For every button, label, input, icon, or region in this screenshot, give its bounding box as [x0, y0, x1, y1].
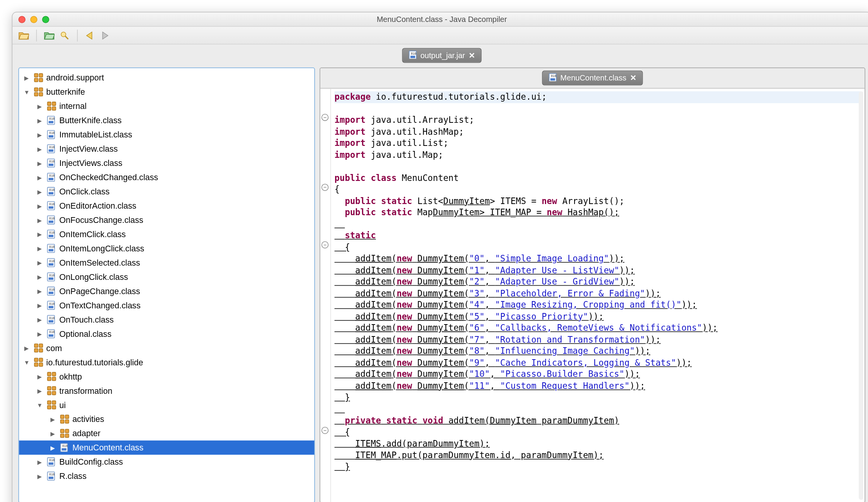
disclosure-icon[interactable]: ▶ [35, 274, 44, 280]
disclosure-icon[interactable]: ▶ [35, 117, 44, 124]
disclosure-icon[interactable]: ▶ [49, 416, 57, 422]
open-file-button[interactable] [17, 29, 30, 42]
tree-item-ui[interactable]: ▼ ui [19, 398, 314, 412]
tree-item-butterknife[interactable]: ▶ ButterKnife.class [19, 113, 314, 127]
disclosure-icon[interactable]: ▶ [35, 202, 44, 209]
disclosure-icon[interactable]: ▶ [49, 444, 57, 451]
tree-item-injectviews[interactable]: ▶ InjectViews.class [19, 156, 314, 170]
package-tree[interactable]: ▶ android.support ▼ butterknife ▶ intern… [18, 68, 315, 502]
scrollbar[interactable] [859, 91, 863, 500]
class-icon [548, 73, 557, 83]
tree-item-activities[interactable]: ▶ activities [19, 412, 314, 426]
tree-item-onlongclick[interactable]: ▶ OnLongClick.class [19, 270, 314, 284]
disclosure-icon[interactable]: ▶ [35, 131, 44, 138]
fold-marker-icon[interactable]: − [322, 114, 328, 121]
disclosure-icon[interactable]: ▶ [35, 217, 44, 223]
code-editor[interactable]: − − − − package io.futurestud.tutorials.… [320, 88, 865, 502]
disclosure-icon[interactable]: ▶ [35, 231, 44, 238]
disclosure-icon[interactable]: ▶ [35, 316, 44, 323]
app-window: MenuContent.class - Java Decompiler outp… [12, 12, 868, 502]
disclosure-icon[interactable]: ▶ [35, 473, 44, 479]
tree-item-label: OnCheckedChanged.class [59, 172, 158, 182]
class-icon [46, 158, 57, 169]
tree-item-onitemclick[interactable]: ▶ OnItemClick.class [19, 227, 314, 241]
open-type-button[interactable] [43, 29, 56, 42]
disclosure-icon[interactable]: ▶ [35, 160, 44, 166]
disclosure-icon[interactable]: ▶ [23, 345, 31, 351]
disclosure-icon[interactable]: ▶ [35, 331, 44, 337]
tree-item-okhttp[interactable]: ▶ okhttp [19, 369, 314, 383]
code-tab[interactable]: MenuContent.class ✕ [542, 70, 643, 85]
jar-tab-close-icon[interactable]: ✕ [469, 51, 475, 60]
tree-item-onpagechange[interactable]: ▶ OnPageChange.class [19, 284, 314, 298]
class-icon [46, 172, 57, 183]
class-icon [46, 314, 57, 325]
class-icon [59, 442, 70, 453]
tree-item-immutablelist[interactable]: ▶ ImmutableList.class [19, 127, 314, 142]
disclosure-icon[interactable]: ▶ [35, 302, 44, 309]
class-icon [46, 229, 57, 239]
tree-item-label: InjectView.class [59, 144, 118, 154]
tree-item-oncheckedchanged[interactable]: ▶ OnCheckedChanged.class [19, 170, 314, 184]
disclosure-icon[interactable]: ▼ [23, 359, 31, 365]
package-icon [59, 428, 70, 439]
tree-item-transformation[interactable]: ▶ transformation [19, 383, 314, 398]
jar-icon [409, 50, 417, 60]
window-close-button[interactable] [18, 16, 25, 23]
tree-item-onitemselected[interactable]: ▶ OnItemSelected.class [19, 256, 314, 270]
disclosure-icon[interactable]: ▶ [35, 373, 44, 380]
disclosure-icon[interactable]: ▶ [35, 245, 44, 252]
tree-item-r[interactable]: ▶ R.class [19, 469, 314, 483]
tree-item-label: R.class [59, 471, 87, 481]
tree-item-buildconfig[interactable]: ▶ BuildConfig.class [19, 455, 314, 469]
tree-item-label: android.support [46, 73, 104, 82]
search-button[interactable] [58, 29, 71, 42]
tree-item-onitemlongclick[interactable]: ▶ OnItemLongClick.class [19, 241, 314, 256]
nav-forward-button[interactable] [99, 29, 112, 42]
tree-item-android-support[interactable]: ▶ android.support [19, 70, 314, 85]
tree-item-ontouch[interactable]: ▶ OnTouch.class [19, 313, 314, 327]
tree-item-label: OnFocusChange.class [59, 215, 143, 225]
class-icon [46, 129, 57, 140]
window-zoom-button[interactable] [42, 16, 49, 23]
disclosure-icon[interactable]: ▶ [49, 430, 57, 437]
tree-item-menucontent[interactable]: ▶ MenuContent.class [19, 440, 314, 455]
disclosure-icon[interactable]: ▶ [35, 188, 44, 195]
tree-item-label: OnEditorAction.class [59, 201, 136, 211]
disclosure-icon[interactable]: ▶ [35, 288, 44, 295]
tree-item-oneditoraction[interactable]: ▶ OnEditorAction.class [19, 199, 314, 213]
package-icon [33, 87, 44, 97]
disclosure-icon[interactable]: ▶ [35, 174, 44, 181]
fold-marker-icon[interactable]: − [322, 184, 328, 191]
tree-item-optional[interactable]: ▶ Optional.class [19, 327, 314, 341]
tree-item-internal[interactable]: ▶ internal [19, 99, 314, 113]
tree-item-onclick[interactable]: ▶ OnClick.class [19, 184, 314, 199]
disclosure-icon[interactable]: ▶ [35, 458, 44, 465]
tree-item-adapter[interactable]: ▶ adapter [19, 426, 314, 440]
tree-item-com[interactable]: ▶ com [19, 341, 314, 355]
disclosure-icon[interactable]: ▶ [35, 387, 44, 394]
tree-item-label: OnLongClick.class [59, 272, 128, 282]
disclosure-icon[interactable]: ▶ [35, 146, 44, 152]
tree-item-injectview[interactable]: ▶ InjectView.class [19, 142, 314, 156]
disclosure-icon[interactable]: ▼ [35, 402, 44, 408]
jar-tab[interactable]: output_jar.jar ✕ [402, 48, 482, 63]
disclosure-icon[interactable]: ▶ [23, 74, 31, 81]
tree-item-label: io.futurestud.tutorials.glide [46, 358, 143, 367]
disclosure-icon[interactable]: ▶ [35, 259, 44, 266]
disclosure-icon[interactable]: ▼ [23, 89, 31, 95]
tree-item-label: OnItemClick.class [59, 229, 126, 239]
tree-item-onfocuschange[interactable]: ▶ OnFocusChange.class [19, 213, 314, 227]
tree-item-ontextchanged[interactable]: ▶ OnTextChanged.class [19, 298, 314, 313]
fold-marker-icon[interactable]: − [322, 241, 328, 248]
tree-item-butterknife[interactable]: ▼ butterknife [19, 85, 314, 99]
tree-item-glide[interactable]: ▼ io.futurestud.tutorials.glide [19, 355, 314, 369]
disclosure-icon[interactable]: ▶ [35, 103, 44, 109]
window-title: MenuContent.class - Java Decompiler [12, 15, 868, 24]
tree-item-label: activities [72, 414, 104, 424]
window-minimize-button[interactable] [30, 16, 37, 23]
fold-marker-icon[interactable]: − [322, 427, 328, 434]
code-tab-close-icon[interactable]: ✕ [630, 74, 637, 82]
svg-line-8 [65, 36, 68, 39]
nav-back-button[interactable] [84, 29, 97, 42]
